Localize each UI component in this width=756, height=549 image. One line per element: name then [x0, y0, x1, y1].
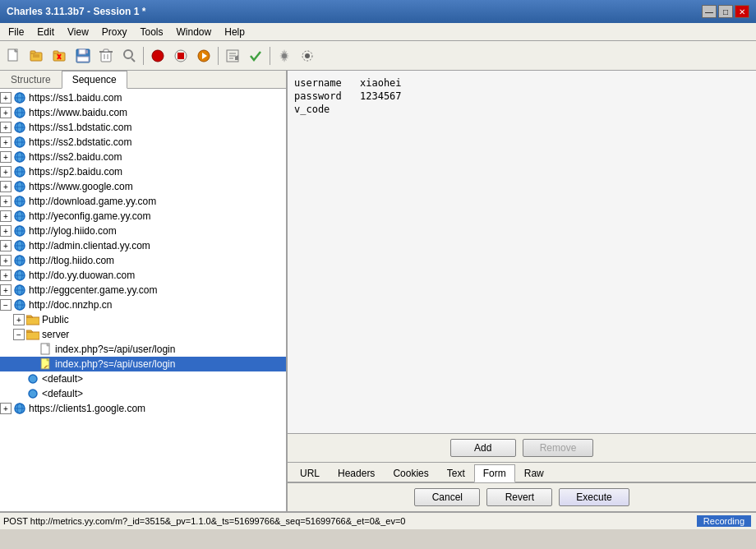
record-button[interactable]	[147, 45, 168, 67]
svg-point-19	[124, 50, 132, 58]
expander[interactable]: +	[0, 210, 12, 222]
tree-item[interactable]: + http://admin.clientad.yy.com	[0, 238, 286, 253]
expander[interactable]: +	[0, 284, 12, 296]
tree-area[interactable]: + https://ss1.baidu.com + https://www.ba…	[0, 89, 286, 511]
execute-button[interactable]: Execute	[559, 488, 629, 506]
expander[interactable]: +	[0, 240, 12, 251]
tree-label: http://admin.clientad.yy.com	[29, 240, 150, 251]
tree-item[interactable]: + https://ss2.bdstatic.com	[0, 135, 286, 150]
globe-small-icon	[26, 372, 39, 385]
tab-cookies[interactable]: Cookies	[384, 464, 437, 482]
svg-rect-13	[77, 57, 89, 62]
expander[interactable]: +	[0, 166, 12, 178]
add-button[interactable]: Add	[450, 439, 516, 457]
find-button[interactable]	[118, 45, 140, 67]
tree-item[interactable]: + http://do.yy.duowan.com	[0, 268, 286, 283]
data-key-vcode: v_code	[294, 104, 360, 115]
revert-button[interactable]: Revert	[486, 488, 552, 506]
menu-help[interactable]: Help	[219, 25, 250, 39]
menu-proxy[interactable]: Proxy	[97, 25, 132, 39]
tree-label: https://sp2.baidu.com	[29, 166, 122, 178]
open-button[interactable]	[26, 45, 48, 67]
status-bar: POST http://metrics.yy.com/m?_id=3515&_p…	[0, 511, 756, 529]
settings2-button[interactable]	[297, 45, 318, 67]
window-title: Charles 3.11.3b7 - Session 1 *	[7, 6, 145, 17]
tree-item[interactable]: index.php?s=/api/user/login	[0, 342, 286, 357]
data-key-password: password	[294, 90, 360, 102]
tree-item[interactable]: + http://download.game.yy.com	[0, 194, 286, 209]
expander[interactable]: +	[0, 136, 12, 148]
tab-text[interactable]: Text	[438, 464, 474, 482]
svg-point-86	[29, 390, 37, 398]
menu-window[interactable]: Window	[172, 25, 217, 39]
tree-label: http://yeconfig.game.yy.com	[29, 210, 151, 222]
tree-item[interactable]: + https://ss1.bdstatic.com	[0, 120, 286, 135]
expander[interactable]: −	[0, 299, 12, 311]
tree-label: http://ylog.hiido.com	[29, 225, 117, 237]
tree-item[interactable]: + https://clients1.google.com	[0, 401, 286, 416]
clear-button[interactable]	[95, 45, 117, 67]
menu-tools[interactable]: Tools	[136, 25, 168, 39]
menu-file[interactable]: File	[3, 25, 29, 39]
left-panel-tabs: Structure Sequence	[0, 71, 286, 89]
globe-icon	[13, 298, 26, 311]
close-session-button[interactable]	[49, 45, 71, 67]
svg-rect-12	[85, 50, 88, 53]
cancel-button[interactable]: Cancel	[414, 488, 480, 506]
expander[interactable]: +	[0, 122, 12, 133]
tree-item[interactable]: <default>	[0, 386, 286, 401]
tab-sequence[interactable]: Sequence	[62, 71, 127, 89]
tree-label: https://ss2.baidu.com	[29, 151, 122, 163]
tree-item-selected[interactable]: index.php?s=/api/user/login	[0, 357, 286, 371]
tree-item[interactable]: + Public	[0, 312, 286, 327]
tree-item[interactable]: + http://tlog.hiido.com	[0, 253, 286, 268]
tree-item[interactable]: + https://www.baidu.com	[0, 105, 286, 120]
expander[interactable]: +	[0, 270, 12, 281]
tree-label: <default>	[42, 373, 83, 385]
tree-item[interactable]: + https://www.google.com	[0, 179, 286, 194]
expander[interactable]: +	[0, 92, 12, 104]
svg-rect-3	[30, 51, 35, 53]
tree-item[interactable]: + https://ss1.baidu.com	[0, 90, 286, 105]
save-button[interactable]	[72, 45, 94, 67]
tree-item[interactable]: − http://doc.nnzhp.cn	[0, 298, 286, 312]
expander[interactable]: +	[0, 255, 12, 266]
tree-item[interactable]: + http://eggcenter.game.yy.com	[0, 283, 286, 298]
tab-headers[interactable]: Headers	[329, 464, 384, 482]
tree-item[interactable]: + https://ss2.baidu.com	[0, 150, 286, 164]
edit-button[interactable]	[222, 45, 243, 67]
tab-structure[interactable]: Structure	[0, 71, 62, 88]
menu-view[interactable]: View	[62, 25, 94, 39]
settings-button[interactable]	[274, 45, 295, 67]
data-value-username: xiaohei	[360, 77, 402, 89]
globe-icon	[13, 402, 26, 415]
expander[interactable]: +	[0, 403, 12, 414]
minimize-button[interactable]: —	[702, 5, 717, 18]
expander[interactable]: −	[13, 329, 25, 340]
expander[interactable]: +	[0, 196, 12, 207]
expander[interactable]: +	[0, 225, 12, 237]
tab-form[interactable]: Form	[474, 464, 515, 482]
tree-item[interactable]: + http://ylog.hiido.com	[0, 224, 286, 238]
expander[interactable]: +	[0, 181, 12, 192]
tree-label: <default>	[42, 388, 83, 399]
tree-label: https://clients1.google.com	[29, 403, 145, 414]
expander[interactable]: +	[0, 107, 12, 118]
menu-edit[interactable]: Edit	[32, 25, 59, 39]
tab-url[interactable]: URL	[291, 464, 329, 482]
tree-item[interactable]: − server	[0, 327, 286, 342]
tab-raw[interactable]: Raw	[515, 464, 553, 482]
tree-item[interactable]: + https://sp2.baidu.com	[0, 164, 286, 179]
remove-button[interactable]: Remove	[523, 439, 594, 457]
toolbar	[0, 41, 756, 71]
close-button[interactable]: ✕	[735, 5, 749, 18]
expander[interactable]: +	[13, 314, 25, 325]
maximize-button[interactable]: □	[718, 5, 733, 18]
tree-item[interactable]: + http://yeconfig.game.yy.com	[0, 209, 286, 224]
throttle-button[interactable]	[193, 45, 214, 67]
new-button[interactable]	[3, 45, 25, 67]
expander[interactable]: +	[0, 151, 12, 163]
ok-button[interactable]	[245, 45, 266, 67]
stop-button[interactable]	[170, 45, 191, 67]
tree-item[interactable]: <default>	[0, 371, 286, 386]
